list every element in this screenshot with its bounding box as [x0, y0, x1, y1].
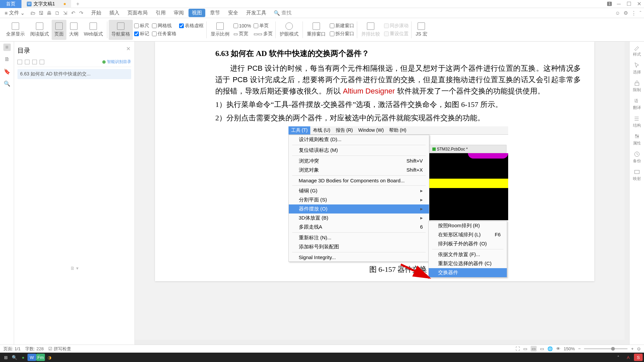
feedback-icon[interactable]: ☺	[615, 10, 620, 16]
rb-limit[interactable]: 限制	[633, 80, 641, 93]
layout3-icon[interactable]: ▭	[540, 346, 544, 351]
onepage-check[interactable]: 单页	[254, 22, 273, 29]
100pct-check[interactable]: 100%	[233, 22, 251, 29]
readmode-status-icon[interactable]: 👁	[556, 346, 560, 351]
pagew-button[interactable]: ▭页宽	[233, 30, 251, 38]
zoom-fit-icon[interactable]: ⊙	[637, 346, 641, 351]
chrome-icon[interactable]: ●	[19, 354, 28, 361]
redo-icon[interactable]: ↷	[78, 10, 85, 16]
app-taskbar-icon[interactable]: ◑	[45, 354, 54, 361]
zoom-slider[interactable]	[584, 348, 628, 349]
toc-level3-icon[interactable]	[32, 60, 37, 64]
taskbar-search-icon[interactable]: 🔍	[10, 354, 19, 361]
export-icon[interactable]: ⇲	[62, 10, 68, 16]
multipage-button[interactable]: ▭▭多页	[254, 30, 273, 38]
menu-devtools[interactable]: 开发工具	[243, 9, 270, 17]
start-icon[interactable]: ⊞	[1, 354, 10, 361]
readmode-button[interactable]: 阅读版式	[28, 20, 52, 40]
maximize-button[interactable]: ☐	[624, 1, 634, 7]
fullscreen-status-icon[interactable]: ⛶	[516, 346, 520, 351]
kebab-icon[interactable]: ⋮	[631, 10, 636, 16]
menu-security[interactable]: 安全	[225, 9, 241, 17]
toc-level2-icon[interactable]	[25, 60, 30, 64]
insert-placeholder-icon[interactable]: 🗎 ▾	[70, 265, 78, 271]
rb-select[interactable]: 选择	[633, 62, 641, 75]
splitwin-check[interactable]: 拆分窗口	[330, 30, 354, 38]
rb-property[interactable]: 属性	[633, 133, 641, 146]
rearrange-button[interactable]: 重排窗口	[304, 20, 328, 40]
close-button[interactable]: ✕	[634, 1, 644, 7]
toc-close-button[interactable]: ✕	[126, 46, 130, 52]
file-menu[interactable]: ≡文件⌄	[3, 9, 27, 17]
find-icon[interactable]: 🔍	[3, 80, 11, 87]
toc-smart-button[interactable]: 智能识别目录	[102, 59, 131, 65]
fm-taskbar-icon[interactable]: Fm	[36, 354, 45, 361]
status-words[interactable]: 字数: 228	[25, 346, 44, 352]
menu-view[interactable]: 视图	[189, 9, 205, 17]
menu-chapter[interactable]: 章节	[207, 9, 223, 17]
print-icon[interactable]: 🖶	[46, 10, 52, 16]
toc-level4-icon[interactable]	[40, 60, 44, 64]
bookmark-icon[interactable]: 🔖	[3, 68, 11, 75]
zoom-knob[interactable]	[611, 347, 615, 351]
toc-level1-icon[interactable]	[17, 60, 22, 64]
status-spell[interactable]: ☑ 拼写检查	[48, 346, 71, 352]
fullscreen-button[interactable]: 全屏显示	[3, 20, 28, 40]
save-icon[interactable]: 🖫	[38, 10, 44, 16]
tab-home[interactable]: 首页	[0, 0, 21, 8]
minimize-button[interactable]: ─	[614, 1, 624, 7]
ribbon-view: 全屏显示 阅读版式 页面 大纲 Web版式 导航窗格 标尺 标记 网格线 任务窗…	[0, 18, 644, 42]
menu-ref[interactable]: 引用	[152, 9, 169, 17]
ratio-button[interactable]: 显示比例	[208, 20, 232, 40]
tray-chevron-icon[interactable]: ˄	[614, 354, 623, 361]
virtual-check[interactable]: 表格虚框	[179, 22, 204, 29]
undo-icon[interactable]: ↶	[70, 10, 76, 16]
doc-heading: 6.63 如何在 AD 软件中快速的交换两个器件？	[215, 48, 581, 59]
grid-check[interactable]: 网格线	[152, 22, 176, 29]
jsmacro-button[interactable]: JS 宏	[413, 20, 430, 40]
menu-review[interactable]: 审阅	[170, 9, 187, 17]
layout1-icon[interactable]: ▭	[523, 346, 527, 351]
vertical-scrollbar[interactable]	[625, 42, 629, 345]
menu-pagelayout[interactable]: 页面布局	[124, 9, 151, 17]
eyecare-button[interactable]: 护眼模式	[277, 20, 301, 40]
structure-icon	[634, 115, 640, 122]
layout2-icon[interactable]: ▭	[531, 346, 537, 352]
menu-insert[interactable]: 插入	[106, 9, 123, 17]
web-button[interactable]: Web版式	[81, 20, 106, 40]
settings-icon[interactable]: ⚙	[624, 10, 628, 16]
tab-add-button[interactable]: +	[74, 1, 81, 7]
page: 6.63 如何在 AD 软件中快速的交换两个器件？ 进行 PCB 设计的时候，每…	[155, 42, 594, 281]
tab-document[interactable]: W 文字文稿1	[21, 0, 71, 8]
wps-taskbar-icon[interactable]: W	[28, 354, 36, 361]
web-status-icon[interactable]: 🌐	[547, 346, 553, 351]
rb-structure[interactable]: 结构	[633, 115, 641, 128]
rb-backup[interactable]: 备份	[633, 151, 641, 164]
tray-a-icon[interactable]: A	[624, 354, 633, 361]
navgrid-button[interactable]: 导航窗格	[109, 20, 133, 40]
toc-icon[interactable]: ≡	[3, 44, 11, 51]
taskpane-check[interactable]: 任务窗格	[152, 30, 176, 38]
ad-menu-tools: 工具 (T)	[288, 126, 311, 134]
rb-style[interactable]: 样式	[633, 44, 641, 57]
print-preview-icon[interactable]: 🗋	[54, 10, 60, 16]
open-icon[interactable]: 🗁	[30, 10, 36, 16]
mark-check[interactable]: 标记	[134, 30, 149, 38]
ruler-check[interactable]: 标尺	[134, 22, 149, 29]
newwin-check[interactable]: 新建窗口	[330, 22, 354, 29]
tray-ime-icon[interactable]: S	[634, 354, 643, 361]
zoom-out-button[interactable]: −	[578, 346, 581, 351]
zoom-label[interactable]: 150%	[564, 346, 575, 351]
collapse-ribbon-icon[interactable]: ˆ	[640, 10, 641, 16]
pages-icon[interactable]: 🗎	[3, 56, 11, 63]
menu-search[interactable]: 🔍查找	[274, 10, 291, 16]
rb-mapping[interactable]: 映射	[633, 169, 641, 182]
horizontal-scrollbar[interactable]	[135, 340, 625, 345]
toc-entry[interactable]: 6.63 如何在 AD 软件中快速的交...	[17, 69, 131, 79]
rb-translate[interactable]: 语翻译	[633, 98, 641, 111]
zoom-in-button[interactable]: +	[631, 346, 634, 351]
status-page[interactable]: 页面: 1/1	[3, 346, 20, 352]
pagemode-button[interactable]: 页面	[52, 20, 66, 40]
menu-start[interactable]: 开始	[88, 9, 105, 17]
outline-button[interactable]: 大纲	[66, 20, 81, 40]
